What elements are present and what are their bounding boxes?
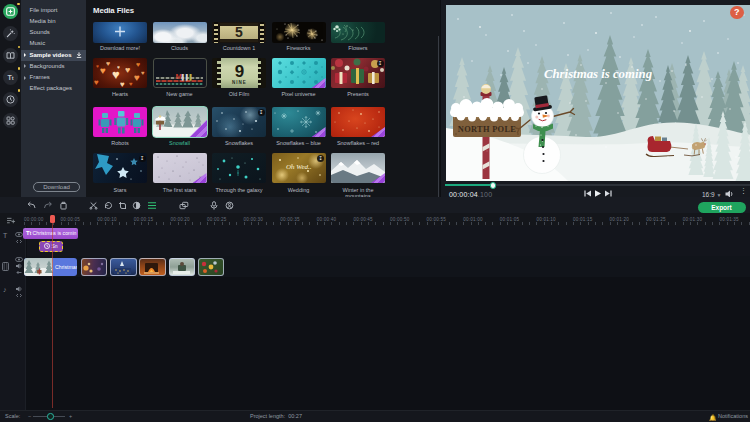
svg-text:♥: ♥ [125,65,130,75]
svg-text:♥: ♥ [120,80,125,88]
svg-text:♥: ♥ [117,64,120,70]
svg-text:NORTH POLE: NORTH POLE [458,125,516,134]
svg-text:On Wed..: On Wed.. [286,163,312,171]
svg-text:♥: ♥ [129,81,133,87]
svg-text:♥: ♥ [94,78,99,87]
svg-text:♥: ♥ [106,60,110,67]
svg-text:♥: ♥ [141,70,145,76]
svg-text:♥: ♥ [136,61,140,68]
svg-text:♥: ♥ [96,63,99,69]
svg-text:Christmas is coming: Christmas is coming [544,67,653,81]
svg-text:♥: ♥ [134,72,140,83]
